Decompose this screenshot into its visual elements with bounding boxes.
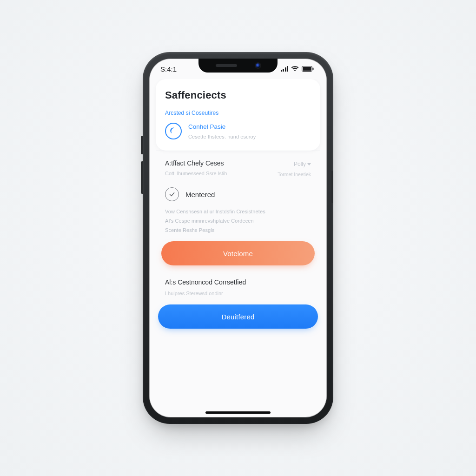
check-icon: [165, 187, 179, 201]
speaker-grille: [216, 64, 237, 67]
secondary-section-title: Al:s Cestnoncod Corrsetfied: [165, 278, 311, 286]
secondary-section-subtitle: Lhulpres Sterewsd ondinr: [165, 291, 311, 296]
section-header-right-sub: Tormet Ineetiek: [278, 172, 311, 177]
sort-dropdown[interactable]: Polly: [294, 161, 311, 167]
status-time: S:4:1: [160, 65, 177, 73]
screen: S:4:1: [149, 59, 327, 417]
chevron-down-icon: [307, 163, 311, 165]
primary-button[interactable]: Votelome: [161, 241, 315, 265]
svg-rect-2: [313, 68, 314, 70]
secondary-section: Al:s Cestnoncod Corrsetfied Lhulpres Ste…: [156, 265, 320, 296]
item-details: Vow Censhsesn aI ur lnstdsfin Cresistnet…: [156, 202, 320, 233]
section-header: A:tffact Chely Ceses Cottl lhumesseed Ss…: [156, 151, 320, 179]
section-header-left: A:tffact Chely Ceses Cottl lhumesseed Ss…: [165, 159, 227, 176]
item-title: Mentered: [185, 191, 215, 198]
card-title: Saffenciects: [165, 89, 311, 101]
svg-rect-1: [303, 67, 311, 71]
item-detail-line: Scente Reshs Pesgls: [165, 227, 311, 233]
sort-dropdown-label: Polly: [294, 161, 306, 167]
list-item[interactable]: Mentered: [156, 179, 320, 202]
profile-subtitle: Cesette Ihstees. nund escroy: [188, 134, 256, 139]
section-header-right: Polly Tormet Ineetiek: [278, 159, 311, 177]
profile-row[interactable]: Conhel Pasie Cesette Ihstees. nund escro…: [165, 123, 311, 139]
profile-title: Conhel Pasie: [188, 123, 256, 130]
profile-labels: Conhel Pasie Cesette Ihstees. nund escro…: [188, 123, 256, 139]
item-detail-line: Vow Censhsesn aI ur lnstdsfin Cresistnet…: [165, 209, 311, 214]
secondary-button[interactable]: Deuitfered: [158, 304, 318, 329]
card-link[interactable]: Arcsted si Coseutires: [165, 110, 311, 116]
section-header-subtitle: Cottl lhumesseed Ssre lstih: [165, 171, 227, 176]
front-camera: [256, 63, 260, 68]
summary-card: Saffenciects Arcsted si Coseutires Conhe…: [156, 79, 320, 151]
section-header-title: A:tffact Chely Ceses: [165, 159, 227, 167]
cellular-signal-icon: [281, 66, 289, 72]
item-detail-line: AI's Cespe mmnrevshplatve Cordecen: [165, 218, 311, 224]
moon-icon: [165, 123, 182, 139]
notch: [198, 59, 278, 73]
battery-icon: [302, 66, 314, 72]
phone-frame: S:4:1: [143, 52, 333, 424]
status-right: [281, 66, 314, 72]
content-area: Saffenciects Arcsted si Coseutires Conhe…: [149, 79, 327, 417]
wifi-icon: [291, 66, 299, 72]
home-indicator[interactable]: [205, 411, 271, 414]
